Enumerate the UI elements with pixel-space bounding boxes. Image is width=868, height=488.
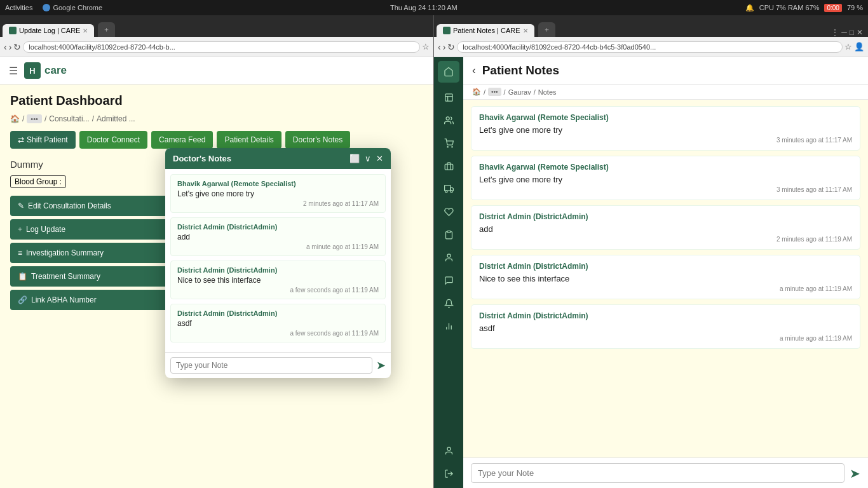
modal-note-input[interactable] [170,357,372,374]
sidebar-heart-icon[interactable] [438,201,459,222]
shift-icon: ⇄ [18,135,24,144]
sidebar-user-icon[interactable] [438,440,459,461]
right-tab-active[interactable]: Patient Notes | CARE ✕ [437,24,534,37]
pn-note-text-5: asdf [479,323,852,333]
camera-feed-btn[interactable]: Camera Feed [151,131,213,149]
right-close-btn[interactable]: ✕ [857,28,863,37]
doctors-notes-modal: Doctor's Notes ⬜ ∨ ✕ Bhavik Aga [165,148,391,378]
browser-name: Google Chrome [53,4,102,11]
svg-point-9 [445,191,447,193]
right-tab-bar: Patient Notes | CARE ✕ ＋ ⋮ ─ □ ✕ [434,15,868,37]
datetime: Thu Aug 24 11:20 AM [390,4,458,11]
pn-send-btn[interactable]: ➤ [850,466,860,481]
pn-note-time-2: 3 minutes ago at 11:17 AM [479,186,852,193]
right-address-bar[interactable]: localhost:4000/facility/81092ced-8720-44… [457,41,843,53]
page-title: Patient Dashboard [10,93,423,108]
breadcrumb-item2: Consultati... [49,114,89,123]
sidebar-chart-icon[interactable] [438,315,459,337]
care-sidebar [434,57,463,488]
left-back-btn[interactable]: ‹ [4,42,7,52]
pn-dots: ••• [488,88,501,96]
modal-note-time-1: 2 minutes ago at 11:17 AM [177,200,379,207]
edit-consultation-btn[interactable]: ✎ Edit Consultation Details [10,196,188,216]
modal-footer: ➤ [165,352,391,378]
sidebar-chat-icon[interactable] [438,269,459,291]
back-btn[interactable]: ‹ [472,64,476,77]
page-main: Patient Dashboard 🏠 / ••• / Consultati..… [0,85,433,488]
pn-note-input[interactable] [471,463,844,483]
left-tab-active[interactable]: Update Log | CARE ✕ [3,24,94,37]
care-header: ☰ H care [0,57,433,85]
left-address-bar[interactable]: localhost:4000/facility/81092ced-8720-44… [23,41,420,53]
home-icon: 🏠 [10,114,20,123]
breadcrumb: 🏠 / ••• / Consultati... / Admitted ... [10,114,423,123]
pn-sep1: / [484,88,485,96]
treatment-summary-btn[interactable]: 📋 Treatment Summary [10,266,188,287]
right-dots-btn[interactable]: ⋮ [831,28,839,37]
modal-close-btn[interactable]: ✕ [376,154,383,163]
tab-close-right[interactable]: ✕ [523,27,528,34]
clipboard-icon: 📋 [18,272,27,281]
sidebar-notes-icon[interactable] [438,86,459,108]
hamburger-icon[interactable]: ☰ [9,65,18,77]
modal-chevron-btn[interactable]: ∨ [365,154,371,163]
right-maximize-btn[interactable]: □ [850,28,854,37]
modal-note-time-3: a few seconds ago at 11:19 AM [177,287,379,294]
tab-close-left[interactable]: ✕ [83,27,88,34]
left-window: Update Log | CARE ✕ ＋ ‹ › ↻ localhost:40… [0,15,434,488]
add-tab-left[interactable]: ＋ [98,22,115,37]
pn-note-2: Bhavik Agarwal (Remote Specialist) Let's… [471,156,860,200]
doctor-connect-btn[interactable]: Doctor Connect [79,131,147,149]
right-forward-btn[interactable]: › [443,42,446,52]
pn-note-5: District Admin (DistrictAdmin) asdf a mi… [471,304,860,349]
left-forward-btn[interactable]: › [9,42,12,52]
modal-send-btn[interactable]: ➤ [376,358,386,372]
link-icon: 🔗 [18,295,27,304]
svg-point-4 [447,146,448,147]
pn-note-author-5: District Admin (DistrictAdmin) [479,311,852,320]
modal-note-text-2: add [177,233,379,241]
right-tab-label: Patient Notes | CARE [453,27,520,34]
left-bookmark-btn[interactable]: ☆ [422,42,430,51]
sidebar-car-icon[interactable] [438,178,459,200]
edit-icon: ✎ [18,201,24,210]
left-tab-label: Update Log | CARE [19,27,80,34]
right-back-btn[interactable]: ‹ [438,42,441,52]
right-profile-btn[interactable]: 👤 [854,42,864,51]
pn-note-time-4: a minute ago at 11:19 AM [479,285,852,292]
right-bookmark-btn[interactable]: ☆ [844,42,852,51]
link-abha-btn[interactable]: 🔗 Link ABHA Number [10,290,188,310]
sidebar-cart-icon[interactable] [438,132,459,154]
doctors-notes-btn[interactable]: Doctor's Notes [285,131,350,149]
modal-note-author-3: District Admin (DistrictAdmin) [177,266,379,274]
add-tab-right[interactable]: ＋ [538,22,555,37]
sidebar-home-icon[interactable] [438,61,459,83]
investigation-summary-btn[interactable]: ≡ Investigation Summary [10,243,188,263]
right-refresh-btn[interactable]: ↻ [447,42,455,52]
sidebar-briefcase-icon[interactable] [438,155,459,177]
dummy-label: Dummy [10,159,43,170]
modal-note-author-2: District Admin (DistrictAdmin) [177,223,379,231]
sidebar-bell-icon[interactable] [438,292,459,314]
right-nav-bar: ‹ › ↻ localhost:4000/facility/81092ced-8… [434,37,868,57]
timer-badge: 0:00 [824,4,841,12]
modal-note-text-3: Nice to see this interface [177,276,379,285]
log-update-btn[interactable]: + Log Update [10,219,188,240]
right-minimize-btn[interactable]: ─ [841,28,847,37]
plus-icon: + [18,225,22,234]
sidebar-clipboard-icon[interactable] [438,224,459,245]
patient-details-btn[interactable]: Patient Details [217,131,281,149]
modal-minimize-btn[interactable]: ⬜ [349,154,360,163]
sidebar-person-icon[interactable] [438,247,459,268]
modal-note-text-1: Let's give one more try [177,189,379,198]
blood-group-badge: Blood Group : [10,175,66,188]
shift-patient-btn[interactable]: ⇄ Shift Patient [10,131,76,149]
left-refresh-btn[interactable]: ↻ [13,42,21,52]
pn-note-text-3: add [479,224,852,234]
patient-notes-content: ‹ Patient Notes 🏠 / ••• / Gaurav / Notes [463,57,868,488]
sidebar-users-icon[interactable] [438,109,459,131]
breadcrumb-sep3: / [92,114,94,123]
sidebar-logout-icon[interactable] [438,463,459,484]
pn-note-author-3: District Admin (DistrictAdmin) [479,212,852,221]
pn-note-time-1: 3 minutes ago at 11:17 AM [479,137,852,144]
